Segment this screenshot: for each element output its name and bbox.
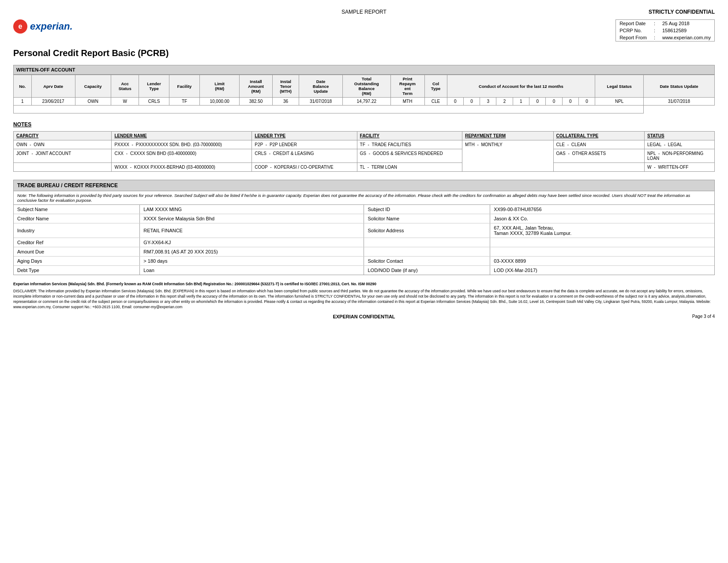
cell-aprv-date: 23/06/2017 (31, 98, 75, 106)
trade-bureau-note: Note: The following information is provi… (14, 191, 714, 205)
aging-days-label: Aging Days (14, 257, 140, 266)
lender-type-coop: COOP - KOPERASI / CO-OPERATIVE (252, 163, 357, 172)
amount-spacer2 (490, 247, 714, 257)
lender-type-p2p: P2P - P2P LENDER (252, 140, 357, 149)
table-header-row: No. Aprv Date Capacity AccStatus LenderT… (14, 75, 715, 98)
report-from-colon: : (650, 34, 659, 42)
cell-capacity: OWN (75, 98, 111, 106)
notes-row-3: WXXX - KOXXX PXXXX-BERHAD (03-40000000) … (14, 163, 715, 172)
report-date-value: 25 Aug 2018 (659, 20, 715, 27)
conduct-0f: 0 (578, 98, 595, 106)
col-print-repaym: PrintRepaymentTerm (390, 75, 424, 98)
status-w: W - WRITTEN-OFF (645, 163, 715, 172)
cell-lender-type: CRLS (139, 98, 169, 106)
empty-row (14, 106, 715, 113)
logo-area: e experian. (13, 19, 73, 34)
col-date-status: Date Status Update (643, 75, 714, 98)
logo-text: experian. (30, 21, 73, 32)
capacity-empty (14, 163, 112, 172)
creditor-ref-value: GY-XX64-KJ (140, 238, 364, 247)
cell-no: 1 (14, 98, 32, 106)
cell-install-amount: 382.50 (239, 98, 272, 106)
report-date-colon: : (650, 20, 659, 27)
trade-bureau-section: TRADE BUREAU / CREDIT REFERENCE Note: Th… (13, 180, 715, 275)
facility-tf: TF - TRADE FACILITIES (357, 140, 462, 149)
report-from-row: Report From : www.experian.com.my (616, 34, 715, 42)
industry-label: Industry (14, 223, 140, 238)
notes-lender-name-header: LENDER NAME (112, 132, 252, 140)
trade-row-debt: Debt Type Loan LOD/NOD Date (if any) LOD… (14, 266, 714, 275)
logo-e: e (19, 23, 23, 30)
trade-row-creditor: Creditor Name XXXX Service Malaysia Sdn … (14, 214, 714, 223)
subject-name-label: Subject Name (14, 205, 140, 214)
aging-days-value: > 180 days (140, 257, 364, 266)
sample-report-label: SAMPLE REPORT (247, 9, 481, 15)
subject-name-value: LAM XXXX MING (140, 205, 364, 214)
creditor-name-label: Creditor Name (14, 214, 140, 223)
footer-page: Page 3 of 4 (481, 314, 715, 319)
col-date-balance: DateBalanceUpdate (299, 75, 343, 98)
solicitor-name-value: Jason & XX Co. (490, 214, 714, 223)
notes-row-1: OWN - OWN PXXXX - PXXXXXXXXXX SDN. BHD. … (14, 140, 715, 149)
report-from-value: www.experian.com.my (659, 34, 715, 42)
report-info-table: Report Date : 25 Aug 2018 PCRP No. : 158… (615, 19, 715, 42)
lod-nod-label: LOD/NOD Date (if any) (364, 266, 490, 275)
report-date-row: Report Date : 25 Aug 2018 (616, 20, 715, 27)
footer-disclaimer: Experian Information Services (Malaysia)… (13, 282, 715, 310)
lender-cxx: CXX - CXXXX SDN BHD (03-40000000) (112, 149, 252, 163)
cell-facility: TF (169, 98, 200, 106)
col-conduct: Conduct of Account for the last 12 month… (447, 75, 595, 98)
debt-type-value: Loan (140, 266, 364, 275)
conduct-0a: 0 (447, 98, 463, 106)
trade-row-amount: Amount Due RM7,008.91 (AS AT 20 XXX 2015… (14, 247, 714, 257)
solicitor-address-spacer (364, 238, 490, 247)
pcrp-colon: : (650, 27, 659, 34)
notes-status-header: STATUS (645, 132, 715, 140)
col-instal-tenor: InstalTenor(MTH) (273, 75, 299, 98)
amount-due-label: Amount Due (14, 247, 140, 257)
pcrp-label: PCRP No. (616, 27, 650, 34)
report-info: Report Date : 25 Aug 2018 PCRP No. : 158… (615, 19, 715, 42)
capacity-own: OWN - OWN (14, 140, 112, 149)
cell-instal-tenor: 36 (273, 98, 299, 106)
notes-header-row: CAPACITY LENDER NAME LENDER TYPE FACILIT… (14, 132, 715, 140)
notes-row-2: JOINT - JOINT ACCOUNT CXX - CXXXX SDN BH… (14, 149, 715, 163)
status-legal: LEGAL - LEGAL (645, 140, 715, 149)
conduct-2: 2 (496, 98, 513, 106)
facility-gs: GS - GOODS & SERVICES RENDERED (357, 149, 462, 163)
experian-logo: e experian. (13, 19, 73, 34)
facility-tl: TL - TERM LOAN (357, 163, 462, 172)
col-legal-status: Legal Status (595, 75, 644, 98)
strictly-confidential-label: STRICTLY CONFIDENTIAL (481, 9, 715, 15)
amount-spacer (364, 247, 490, 257)
col-install-amount: InstallAmount(RM) (239, 75, 272, 98)
repayment-mth: MTH - MONTHLY (462, 140, 553, 172)
written-off-header: WRITTEN-OFF ACCOUNT (13, 65, 715, 75)
solicitor-address-label: Solicitor Address (364, 223, 490, 238)
creditor-name-value: XXXX Service Malaysia Sdn Bhd (140, 214, 364, 223)
collateral-cle: CLE - CLEAN (553, 140, 645, 149)
status-npl: NPL - NON-PERFORMING LOAN (645, 149, 715, 163)
lender-pxxxx: PXXXX - PXXXXXXXXXX SDN. BHD. (03-700000… (112, 140, 252, 149)
notes-capacity-header: CAPACITY (14, 132, 112, 140)
conduct-1: 1 (513, 98, 529, 106)
col-limit: Limit(RM) (200, 75, 240, 98)
trade-bureau-table: Subject Name LAM XXXX MING Subject ID XX… (14, 205, 714, 275)
trade-row-subject: Subject Name LAM XXXX MING Subject ID XX… (14, 205, 714, 214)
solicitor-name-label: Solicitor Name (364, 214, 490, 223)
subject-id-label: Subject ID (364, 205, 490, 214)
col-no: No. (14, 75, 32, 98)
logo-circle: e (13, 19, 27, 34)
lender-wxxx: WXXX - KOXXX PXXXX-BERHAD (03-40000000) (112, 163, 252, 172)
cell-limit: 10,000.00 (200, 98, 240, 106)
col-col-type: ColType (424, 75, 447, 98)
cell-total-outstanding: 14,797.22 (342, 98, 390, 106)
disclaimer-text: DISCLAIMER: The information provided by … (13, 289, 715, 310)
cell-acc-status: W (111, 98, 139, 106)
subject-id-value: XX99-00-87/HU87656 (490, 205, 714, 214)
conduct-0c: 0 (529, 98, 546, 106)
footer-bottom: EXPERIAN CONFIDENTIAL Page 3 of 4 (13, 314, 715, 319)
notes-lender-type-header: LENDER TYPE (252, 132, 357, 140)
solicitor-address-value: 67, XXX AHL, Jalan Tebrau, Taman XXXX, 3… (490, 223, 714, 238)
notes-collateral-header: COLLATERAL TYPE (553, 132, 645, 140)
